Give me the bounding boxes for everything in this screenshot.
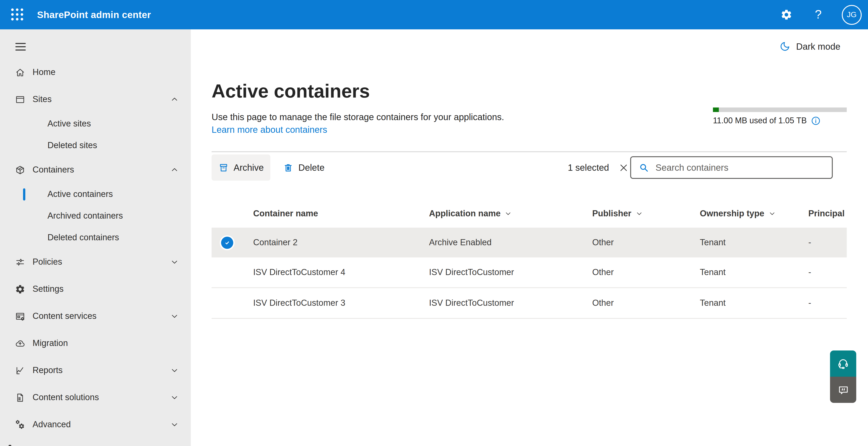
cell-publisher: Other	[592, 228, 614, 258]
sidebar-item-content-solutions[interactable]: Content solutions	[0, 384, 191, 411]
table-row[interactable]: ISV DirectToCustomer 3 ISV DirectToCusto…	[212, 288, 847, 319]
moon-icon	[779, 41, 791, 53]
sidebar-item-label: Archived containers	[48, 211, 123, 221]
sidebar-item-settings[interactable]: Settings	[0, 275, 191, 303]
chevron-down-icon	[768, 210, 776, 217]
partial-nav-icon	[8, 445, 11, 446]
sidebar-item-label: Containers	[33, 165, 74, 175]
line-chart-icon	[15, 365, 25, 376]
sidebar-item-label: Content services	[33, 311, 96, 321]
sidebar-item-label: Active sites	[48, 119, 91, 129]
column-header-label: Application name	[429, 209, 501, 218]
window-gear-icon	[15, 311, 25, 321]
column-header-application-name[interactable]: Application name	[429, 202, 512, 225]
chevron-down-icon	[170, 420, 179, 429]
storage-bar	[713, 107, 847, 112]
sidebar-item-active-containers[interactable]: Active containers	[0, 183, 191, 205]
app-top-bar: SharePoint admin center ? JG	[0, 0, 868, 29]
sidebar-item-label: Sites	[33, 94, 52, 104]
selection-count: 1 selected	[568, 162, 609, 173]
sidebar-item-reports[interactable]: Reports	[0, 357, 191, 384]
delete-button[interactable]: Delete	[277, 155, 331, 181]
cell-principal-owner: -	[808, 258, 811, 287]
sidebar-item-label: Content solutions	[33, 392, 99, 403]
page-title: Active containers	[212, 80, 370, 102]
selected-indicator	[23, 188, 25, 200]
sidebar-item-advanced[interactable]: Advanced	[0, 411, 191, 438]
feedback-button[interactable]	[830, 377, 856, 403]
feedback-bubble-icon	[837, 384, 849, 396]
storage-usage: 11.00 MB used of 1.05 TB	[713, 107, 847, 126]
row-selected-checkmark-icon[interactable]	[221, 236, 233, 249]
chevron-up-icon	[170, 165, 179, 174]
column-header-principal-owner[interactable]: Principal o	[808, 202, 847, 225]
column-header-label: Publisher	[592, 209, 631, 218]
sidebar-item-label: Deleted sites	[48, 140, 97, 150]
headset-icon	[837, 357, 849, 370]
waffle-icon	[10, 8, 24, 21]
chevron-down-icon	[636, 210, 643, 217]
search-icon	[638, 162, 649, 173]
sidebar-item-label: Settings	[33, 284, 64, 294]
sidebar-item-label: Policies	[33, 257, 62, 267]
column-header-label: Principal o	[808, 209, 847, 218]
question-mark-icon: ?	[815, 7, 822, 22]
containers-cube-icon	[15, 165, 25, 175]
toolbar-divider	[212, 151, 847, 152]
table-row[interactable]: ISV DirectToCustomer 4 ISV DirectToCusto…	[212, 258, 847, 288]
clear-selection-button[interactable]	[617, 161, 630, 174]
sidebar-item-label: Advanced	[33, 420, 71, 430]
search-input[interactable]	[655, 162, 827, 173]
learn-more-link[interactable]: Learn more about containers	[212, 125, 327, 135]
archive-button[interactable]: Archive	[212, 155, 270, 181]
sidebar-item-deleted-containers[interactable]: Deleted containers	[0, 227, 191, 248]
archive-box-icon	[218, 162, 228, 173]
chevron-down-icon	[170, 258, 179, 267]
storage-usage-text: 11.00 MB used of 1.05 TB	[713, 116, 807, 126]
nav-items: Home Sites Active sites Deleted sites Co…	[0, 59, 191, 438]
sidebar-item-policies[interactable]: Policies	[0, 248, 191, 275]
cell-container-name: Container 2	[253, 228, 298, 258]
column-header-label: Ownership type	[700, 209, 764, 218]
table-row-selected[interactable]: Container 2 Archive Enabled Other Tenant…	[212, 228, 847, 258]
sidebar-item-containers[interactable]: Containers	[0, 156, 191, 183]
column-header-label: Container name	[253, 209, 318, 218]
search-containers-box	[630, 156, 833, 179]
sidebar-item-active-sites[interactable]: Active sites	[0, 113, 191, 135]
sidebar-item-content-services[interactable]: Content services	[0, 303, 191, 330]
column-header-ownership-type[interactable]: Ownership type	[700, 202, 776, 225]
settings-gear-button[interactable]	[775, 4, 797, 25]
sliders-icon	[15, 257, 25, 267]
dark-mode-toggle[interactable]: Dark mode	[779, 40, 840, 53]
sidebar-item-sites[interactable]: Sites	[0, 86, 191, 113]
help-button[interactable]: ?	[807, 4, 829, 25]
sidebar-item-label: Migration	[33, 338, 68, 348]
app-launcher-button[interactable]	[6, 4, 28, 25]
sidebar-item-home[interactable]: Home	[0, 59, 191, 86]
gear-icon	[15, 284, 25, 294]
sidebar-item-label: Reports	[33, 365, 63, 375]
chevron-down-icon	[170, 366, 179, 375]
info-icon[interactable]	[811, 115, 821, 126]
sidebar-item-migration[interactable]: Migration	[0, 330, 191, 357]
collapse-nav-button[interactable]	[11, 37, 29, 56]
chevron-up-icon	[170, 95, 179, 104]
sidebar-item-archived-containers[interactable]: Archived containers	[0, 205, 191, 227]
left-navigation: Home Sites Active sites Deleted sites Co…	[0, 29, 191, 446]
trash-icon	[283, 162, 293, 173]
archive-button-label: Archive	[234, 162, 264, 173]
column-header-container-name[interactable]: Container name	[253, 202, 318, 225]
support-button[interactable]	[830, 350, 856, 377]
dark-mode-label: Dark mode	[796, 41, 840, 52]
column-header-publisher[interactable]: Publisher	[592, 202, 643, 225]
cloud-upload-icon	[15, 338, 25, 348]
cell-container-name: ISV DirectToCustomer 3	[253, 288, 345, 318]
double-gear-icon	[15, 419, 25, 430]
account-avatar[interactable]: JG	[842, 5, 862, 25]
selection-status: 1 selected	[568, 155, 630, 181]
close-icon	[618, 162, 629, 173]
sidebar-item-deleted-sites[interactable]: Deleted sites	[0, 135, 191, 156]
app-title: SharePoint admin center	[37, 0, 151, 29]
gear-icon	[780, 8, 792, 21]
cell-application-name: ISV DirectToCustomer	[429, 288, 514, 318]
